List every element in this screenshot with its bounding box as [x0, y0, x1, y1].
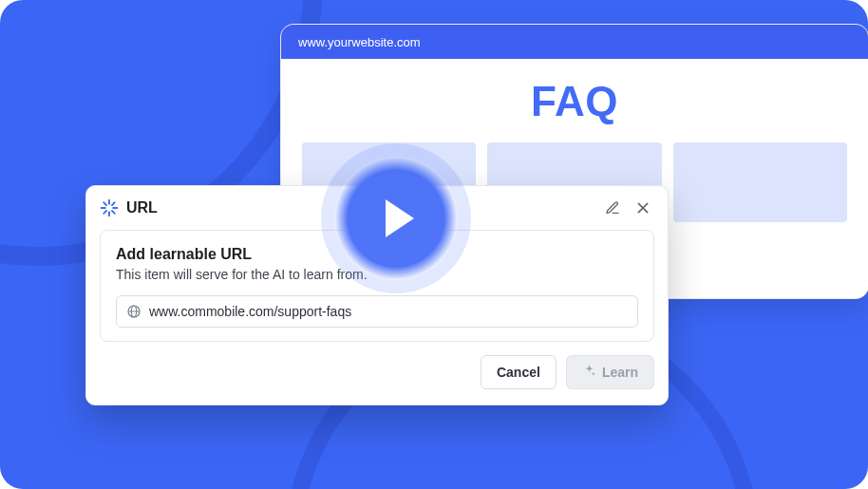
browser-address-bar: www.yourwebsite.com [281, 25, 868, 59]
cancel-button[interactable]: Cancel [481, 355, 557, 389]
play-icon [349, 171, 443, 266]
promo-stage: www.yourwebsite.com FAQ [0, 0, 868, 489]
cancel-button-label: Cancel [497, 365, 540, 380]
globe-icon [126, 304, 142, 319]
faq-card-placeholder [673, 142, 847, 222]
svg-line-5 [112, 211, 115, 214]
edit-icon[interactable] [601, 197, 624, 219]
sparkle-icon [582, 364, 596, 381]
learn-button-label: Learn [602, 365, 638, 380]
svg-line-4 [104, 202, 106, 205]
play-button[interactable] [334, 157, 458, 280]
browser-url: www.yourwebsite.com [298, 35, 421, 49]
url-input-value: www.commobile.com/support-faqs [149, 304, 351, 319]
url-input[interactable]: www.commobile.com/support-faqs [116, 295, 638, 328]
dialog-footer: Cancel Learn [86, 355, 668, 404]
close-icon[interactable] [632, 197, 654, 219]
svg-line-7 [112, 202, 115, 205]
svg-line-6 [104, 211, 106, 214]
app-logo-icon [100, 198, 119, 217]
learn-button[interactable]: Learn [566, 355, 654, 389]
page-title: FAQ [281, 78, 868, 125]
